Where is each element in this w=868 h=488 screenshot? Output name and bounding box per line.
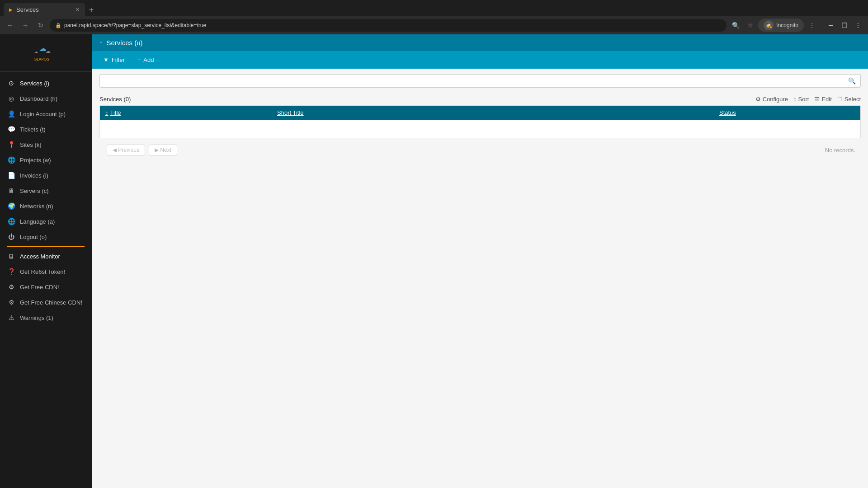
search-input[interactable] xyxy=(100,75,844,87)
maximize-button[interactable]: ❐ xyxy=(838,19,851,32)
address-bar[interactable]: 🔒 panel.rapid.space/#/?page=slap_service… xyxy=(50,19,726,32)
access-monitor-icon: 🖥 xyxy=(7,252,15,260)
sidebar-item-re6st-token[interactable]: ❓ Get Re6st Token! xyxy=(0,264,92,279)
previous-button[interactable]: ◀ Previous xyxy=(107,145,145,155)
sidebar: ☁ ☁ ☁ SLAPOS ⊙ Services (l) ◎ Dashboard … xyxy=(0,34,92,488)
minimize-button[interactable]: ─ xyxy=(825,19,837,32)
sidebar-free-cdn-label: Get Free CDN! xyxy=(20,284,59,291)
no-records-text: No records. xyxy=(820,141,861,159)
sidebar-item-tickets[interactable]: 💬 Tickets (t) xyxy=(0,122,92,137)
table-header-row: ↕ Title Short Title Status xyxy=(100,106,860,120)
new-tab-button[interactable]: + xyxy=(85,4,98,16)
incognito-icon: 🕵 xyxy=(764,20,774,30)
sidebar-tickets-label: Tickets (t) xyxy=(20,126,46,133)
filter-icon: ▼ xyxy=(103,56,109,63)
sidebar-nav: ⊙ Services (l) ◎ Dashboard (h) 👤 Login A… xyxy=(0,72,92,488)
tickets-icon: 💬 xyxy=(7,125,15,133)
sidebar-item-logout[interactable]: ⏻ Logout (o) xyxy=(0,229,92,244)
sidebar-item-dashboard[interactable]: ◎ Dashboard (h) xyxy=(0,91,92,106)
sidebar-warnings-label: Warnings (1) xyxy=(20,314,53,321)
sidebar-item-services[interactable]: ⊙ Services (l) xyxy=(0,75,92,91)
sidebar-item-language[interactable]: 🌐 Language (a) xyxy=(0,214,92,229)
filter-button[interactable]: ▼ Filter xyxy=(99,55,128,65)
sidebar-servers-label: Servers (c) xyxy=(20,188,49,194)
browser-menu-button[interactable]: ⋮ xyxy=(806,19,818,32)
servers-icon: 🖥 xyxy=(7,187,15,195)
slapos-logo: ☁ ☁ ☁ SLAPOS xyxy=(33,42,60,64)
app-wrapper: ☁ ☁ ☁ SLAPOS ⊙ Services (l) ◎ Dashboard … xyxy=(0,34,868,488)
url-text: panel.rapid.space/#/?page=slap_service_l… xyxy=(64,22,206,28)
sidebar-re6st-label: Get Re6st Token! xyxy=(20,268,65,275)
warnings-icon: ⚠ xyxy=(7,314,15,322)
page-title: Services (u) xyxy=(107,39,143,47)
configure-action[interactable]: ⚙ Configure xyxy=(755,96,788,103)
services-icon: ⊙ xyxy=(7,79,15,87)
bookmark-button[interactable]: ☆ xyxy=(744,19,756,32)
sidebar-item-access-monitor[interactable]: 🖥 Access Monitor xyxy=(0,249,92,264)
svg-text:☁: ☁ xyxy=(34,50,38,54)
active-tab[interactable]: ▶ Services ✕ xyxy=(4,3,85,16)
sidebar-item-invoices[interactable]: 📄 Invoices (i) xyxy=(0,168,92,183)
incognito-badge[interactable]: 🕵 Incognito xyxy=(758,19,804,32)
sidebar-item-warnings[interactable]: ⚠ Warnings (1) xyxy=(0,310,92,325)
column-status[interactable]: Status xyxy=(719,109,855,116)
list-title: Services (0) xyxy=(99,96,131,103)
select-label: Select xyxy=(844,96,861,103)
pagination: ◀ Previous ▶ Next xyxy=(99,140,184,160)
sidebar-item-free-cdn[interactable]: ⚙ Get Free CDN! xyxy=(0,279,92,295)
forward-button[interactable]: → xyxy=(19,19,32,32)
language-icon: 🌐 xyxy=(7,217,15,225)
sidebar-item-networks[interactable]: 🌍 Networks (n) xyxy=(0,198,92,214)
dashboard-icon: ◎ xyxy=(7,94,15,103)
table-body xyxy=(100,120,860,138)
configure-label: Configure xyxy=(763,96,788,103)
main-content: ↑ Services (u) ▼ Filter + Add 🔍 Services… xyxy=(92,34,868,488)
page-header-icon: ↑ xyxy=(99,39,103,47)
configure-icon: ⚙ xyxy=(755,96,761,103)
sidebar-item-servers[interactable]: 🖥 Servers (c) xyxy=(0,183,92,198)
select-action[interactable]: ☐ Select xyxy=(837,96,861,103)
browser-actions: 🔍 ☆ 🕵 Incognito ⋮ xyxy=(729,19,818,32)
sidebar-item-login-account[interactable]: 👤 Login Account (p) xyxy=(0,106,92,122)
sidebar-services-label: Services (l) xyxy=(20,80,49,87)
search-button[interactable]: 🔍 xyxy=(844,75,860,87)
tab-title: Services xyxy=(16,6,39,13)
browser-search-button[interactable]: 🔍 xyxy=(729,19,742,32)
select-icon: ☐ xyxy=(837,96,843,103)
column-title[interactable]: ↕ Title xyxy=(105,109,277,116)
invoices-icon: 📄 xyxy=(7,171,15,179)
svg-text:☁: ☁ xyxy=(45,48,50,54)
sort-icon: ↕ xyxy=(793,96,797,103)
browser-tab-bar: ▶ Services ✕ + xyxy=(0,0,868,16)
column-short-title[interactable]: Short Title xyxy=(277,109,719,116)
re6st-icon: ❓ xyxy=(7,267,15,276)
search-area: 🔍 xyxy=(92,69,868,93)
more-button[interactable]: ⋮ xyxy=(852,19,864,32)
sidebar-language-label: Language (a) xyxy=(20,218,55,225)
add-button[interactable]: + Add xyxy=(134,55,158,65)
add-icon: + xyxy=(137,56,141,63)
tab-close-button[interactable]: ✕ xyxy=(75,7,80,13)
sort-action[interactable]: ↕ Sort xyxy=(793,96,809,103)
sidebar-item-sites[interactable]: 📍 Sites (k) xyxy=(0,137,92,152)
sidebar-login-account-label: Login Account (p) xyxy=(20,111,66,117)
incognito-label: Incognito xyxy=(776,22,798,28)
edit-action[interactable]: ☰ Edit xyxy=(814,96,831,103)
sidebar-sites-label: Sites (k) xyxy=(20,141,42,148)
browser-nav-bar: ← → ↻ 🔒 panel.rapid.space/#/?page=slap_s… xyxy=(0,16,868,34)
page-header: ↑ Services (u) xyxy=(92,34,868,51)
sort-title-icon: ↕ xyxy=(105,109,108,116)
sidebar-item-free-chinese-cdn[interactable]: ⚙ Get Free Chinese CDN! xyxy=(0,295,92,310)
sidebar-free-chinese-cdn-label: Get Free Chinese CDN! xyxy=(20,299,82,306)
reload-button[interactable]: ↻ xyxy=(34,19,47,32)
next-button[interactable]: ▶ Next xyxy=(149,145,177,155)
sidebar-logout-label: Logout (o) xyxy=(20,234,47,240)
tab-favicon: ▶ xyxy=(9,7,13,12)
window-controls: ─ ❐ ⋮ xyxy=(825,19,864,32)
table-footer: ◀ Previous ▶ Next No records. xyxy=(92,138,868,160)
search-input-wrap: 🔍 xyxy=(99,74,861,88)
sidebar-item-projects[interactable]: 🌐 Projects (w) xyxy=(0,152,92,168)
sidebar-invoices-label: Invoices (i) xyxy=(20,172,48,179)
list-header: Services (0) ⚙ Configure ↕ Sort ☰ Edit ☐… xyxy=(92,93,868,105)
back-button[interactable]: ← xyxy=(4,19,16,32)
